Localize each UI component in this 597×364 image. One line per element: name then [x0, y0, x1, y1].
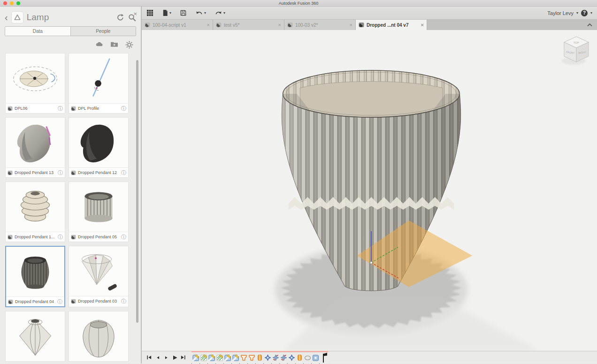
- upload-icon[interactable]: [95, 41, 103, 49]
- viewcube[interactable]: TOP FRONT RIGHT: [561, 37, 589, 65]
- timeline-step-forward-button[interactable]: [162, 354, 170, 361]
- tab-data[interactable]: Data: [5, 27, 71, 36]
- timeline-bar: [142, 351, 597, 364]
- document-tab-4-active[interactable]: Dropped ...nt 04 v7 ×: [356, 20, 427, 30]
- viewport-column: ▾ ▾ ▾ Taylor Levy ▾ ? ▾ 100: [142, 7, 597, 364]
- document-tab-label: test v5*: [224, 23, 276, 28]
- tab-people[interactable]: People: [71, 27, 136, 36]
- document-icon: [287, 22, 293, 28]
- timeline-feature-sketch-ellipse-icon[interactable]: [304, 354, 311, 361]
- thumbnail-faceted-cone: [69, 246, 128, 296]
- timeline-feature-sketch-icon[interactable]: [232, 354, 239, 361]
- timeline-skip-end-button[interactable]: [179, 354, 187, 361]
- timeline-features: [191, 351, 328, 364]
- item-name: Dropped Pendant 04: [15, 299, 55, 304]
- document-tab-label: 100-03 v2*: [295, 23, 347, 28]
- timeline-feature-mirror-icon[interactable]: [272, 354, 279, 361]
- viewcube-top-label: TOP: [574, 41, 579, 44]
- timeline-feature-mirror-icon[interactable]: [280, 354, 287, 361]
- timeline-feature-extrude-icon[interactable]: [256, 354, 263, 361]
- undo-button[interactable]: ▾: [195, 10, 206, 16]
- item-card-dropped-pendant-04[interactable]: Dropped Pendant 04 ⓘ: [5, 246, 65, 307]
- info-icon[interactable]: ⓘ: [58, 106, 63, 111]
- document-tab-bar: 100-04-script v1 × test v5* × 100-03 v2*…: [142, 20, 597, 30]
- document-icon: [8, 299, 13, 304]
- refresh-icon[interactable]: [116, 14, 124, 22]
- info-icon[interactable]: ⓘ: [57, 299, 62, 304]
- item-name: Dropped Pendant 13: [15, 170, 56, 175]
- document-tab-label: Dropped ...nt 04 v7: [367, 23, 419, 28]
- timeline-play-button[interactable]: [171, 354, 178, 361]
- thumbnail-wire-lantern: [6, 311, 65, 361]
- document-tab-3[interactable]: 100-03 v2* ×: [284, 20, 356, 30]
- timeline-feature-pattern-icon[interactable]: [264, 354, 271, 361]
- document-icon: [71, 235, 76, 240]
- item-name: Dropped Pendant 05: [78, 235, 119, 239]
- info-icon[interactable]: ⓘ: [121, 299, 126, 304]
- document-icon: [71, 106, 76, 111]
- timeline-feature-plane-icon[interactable]: [216, 354, 223, 361]
- timeline-feature-plane-icon[interactable]: [200, 354, 207, 361]
- item-card-dropped-pendant-05[interactable]: Dropped Pendant 05 ⓘ: [69, 182, 129, 242]
- tab-close-icon[interactable]: ×: [278, 22, 281, 28]
- user-menu-caret-icon: ▾: [576, 11, 578, 15]
- item-card-partial-2[interactable]: [69, 311, 129, 362]
- tab-close-icon[interactable]: ×: [350, 22, 352, 28]
- document-icon: [8, 106, 13, 111]
- timeline-feature-sketch-icon[interactable]: [192, 354, 199, 361]
- timeline-playhead[interactable]: [321, 353, 327, 363]
- timeline-skip-start-button[interactable]: [145, 354, 153, 361]
- file-menu-caret-icon: ▾: [169, 11, 171, 15]
- panel-close-icon[interactable]: ×: [133, 10, 137, 17]
- info-icon[interactable]: ⓘ: [121, 235, 126, 240]
- file-menu-button[interactable]: ▾: [162, 9, 171, 16]
- new-folder-icon[interactable]: [110, 41, 118, 49]
- user-menu[interactable]: Taylor Levy: [547, 10, 574, 16]
- help-icon[interactable]: ?: [581, 10, 588, 16]
- thumbnail-ribbed-cylinder: [69, 182, 128, 232]
- timeline-step-back-button[interactable]: [154, 354, 161, 361]
- info-icon[interactable]: ⓘ: [58, 170, 63, 175]
- item-card-dropped-pendant-13[interactable]: Dropped Pendant 13 ⓘ: [5, 117, 65, 178]
- pleated-pendant-model: TOP FRONT RIGHT: [142, 30, 597, 351]
- info-icon[interactable]: ⓘ: [121, 106, 126, 111]
- timeline-feature-sketch-icon[interactable]: [224, 354, 231, 361]
- settings-gear-icon[interactable]: [125, 41, 133, 49]
- panel-back-icon[interactable]: ‹: [5, 14, 8, 21]
- panel-tab-bar: Data People: [5, 26, 136, 36]
- timeline-feature-form-icon[interactable]: [312, 354, 319, 361]
- timeline-feature-sketch-icon[interactable]: [208, 354, 215, 361]
- item-grid: DPL06 ⓘ DPL Profile ⓘ: [0, 50, 141, 362]
- document-tab-2[interactable]: test v5* ×: [213, 20, 284, 30]
- info-icon[interactable]: ⓘ: [58, 235, 63, 240]
- tab-close-icon[interactable]: ×: [207, 22, 210, 28]
- timeline-feature-extrude-icon[interactable]: [296, 354, 303, 361]
- thumbnail-sketch-top: [6, 53, 65, 103]
- tab-close-icon[interactable]: ×: [421, 22, 424, 28]
- save-button[interactable]: [180, 9, 187, 16]
- timeline-feature-loft-icon[interactable]: [248, 354, 255, 361]
- item-card-dropped-pendant-03[interactable]: Dropped Pendant 03 ⓘ: [69, 246, 129, 307]
- data-panel: × ‹ Lamp Data People: [0, 7, 142, 364]
- undo-caret-icon[interactable]: ▾: [204, 11, 206, 15]
- item-card-partial-1[interactable]: [5, 311, 65, 362]
- redo-button[interactable]: ▾: [214, 10, 225, 16]
- model-canvas[interactable]: TOP FRONT RIGHT: [142, 30, 597, 351]
- item-card-dpl06[interactable]: DPL06 ⓘ: [5, 53, 65, 114]
- timeline-feature-pattern-icon[interactable]: [288, 354, 295, 361]
- panel-scrollbar[interactable]: [136, 60, 138, 323]
- redo-caret-icon[interactable]: ▾: [223, 11, 225, 15]
- item-card-dropped-pendant-12[interactable]: Dropped Pendant 12 ⓘ: [69, 117, 129, 178]
- item-card-dpl-profile[interactable]: DPL Profile ⓘ: [69, 53, 129, 114]
- project-title: Lamp: [27, 12, 113, 23]
- item-name: DPL Profile: [78, 106, 119, 111]
- document-tab-1[interactable]: 100-04-script v1 ×: [142, 20, 213, 30]
- document-icon: [8, 170, 13, 175]
- info-icon[interactable]: ⓘ: [121, 170, 126, 175]
- timeline-feature-loft-icon[interactable]: [240, 354, 247, 361]
- document-icon: [71, 299, 76, 304]
- app-grid-icon[interactable]: [146, 9, 153, 16]
- thumbnail-shell-dark: [69, 118, 128, 167]
- item-card-dropped-pendant-1x[interactable]: Dropped Pendant 1... ⓘ: [5, 182, 65, 242]
- collapse-toolbar-icon[interactable]: [582, 20, 597, 30]
